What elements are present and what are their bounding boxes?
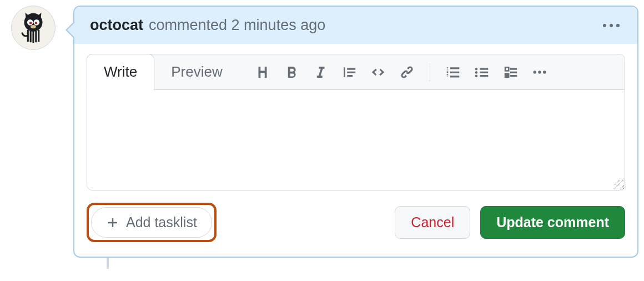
italic-icon[interactable] [310, 62, 331, 83]
cancel-label: Cancel [411, 214, 454, 230]
toolbar-separator [430, 63, 430, 82]
cancel-button[interactable]: Cancel [395, 206, 470, 239]
add-tasklist-button[interactable]: Add tasklist [91, 207, 212, 238]
task-list-icon[interactable] [500, 62, 521, 83]
heading-icon[interactable] [252, 62, 273, 83]
bold-icon[interactable] [281, 62, 302, 83]
timeline-connector [107, 258, 109, 269]
add-tasklist-highlight: Add tasklist [87, 203, 217, 242]
editor-tabbar: Write Preview [87, 54, 625, 90]
comment-bubble: octocat commented 2 minutes ago Write Pr… [73, 6, 638, 258]
quote-icon[interactable] [339, 62, 360, 83]
plus-icon [106, 216, 119, 229]
svg-point-6 [533, 71, 536, 74]
comment-author[interactable]: octocat [90, 17, 143, 34]
formatting-toolbar [240, 62, 625, 83]
ordered-list-icon[interactable] [442, 62, 464, 83]
comment-actions-menu[interactable] [601, 21, 622, 31]
svg-point-7 [538, 71, 541, 74]
unordered-list-icon[interactable] [471, 62, 492, 83]
more-icon[interactable] [529, 62, 550, 83]
comment-header: octocat commented 2 minutes ago [74, 7, 637, 44]
svg-point-5 [31, 25, 36, 28]
comment-editor: Write Preview [87, 54, 625, 190]
update-label: Update comment [496, 214, 609, 230]
add-tasklist-label: Add tasklist [126, 214, 197, 230]
code-icon[interactable] [368, 62, 389, 83]
avatar[interactable] [11, 6, 56, 50]
comment-textarea[interactable] [87, 90, 625, 190]
octocat-icon [16, 11, 51, 45]
update-comment-button[interactable]: Update comment [480, 206, 625, 239]
svg-point-4 [35, 22, 38, 24]
svg-point-8 [543, 71, 546, 74]
tab-preview[interactable]: Preview [154, 54, 239, 89]
comment-meta: commented 2 minutes ago [149, 17, 325, 34]
tab-write[interactable]: Write [87, 54, 154, 90]
link-icon[interactable] [396, 62, 417, 83]
svg-point-3 [29, 22, 32, 24]
